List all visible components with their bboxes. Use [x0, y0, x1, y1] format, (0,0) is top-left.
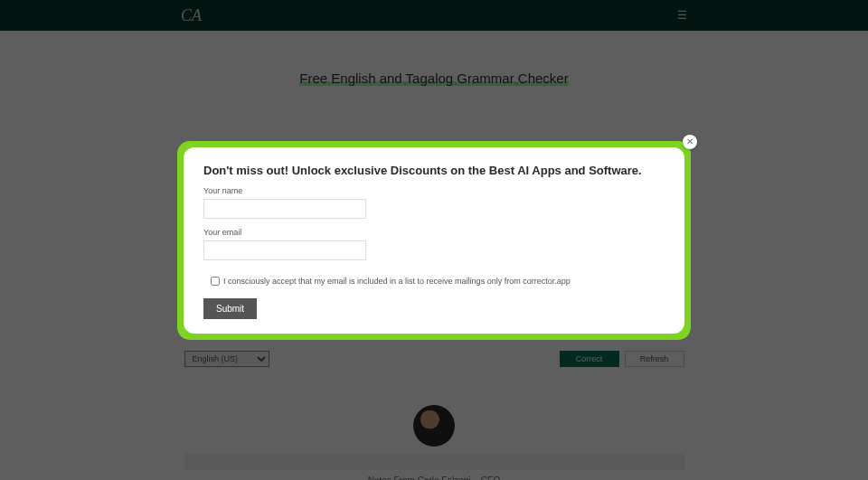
email-label: Your email: [203, 228, 665, 237]
modal: Don't miss out! Unlock exclusive Discoun…: [184, 147, 684, 334]
close-button[interactable]: ✕: [683, 135, 697, 149]
modal-overlay[interactable]: ✕ Don't miss out! Unlock exclusive Disco…: [0, 0, 868, 480]
modal-heading: Don't miss out! Unlock exclusive Discoun…: [203, 164, 665, 177]
email-field[interactable]: [203, 240, 366, 260]
email-group: Your email: [203, 228, 665, 260]
consent-row: I consciously accept that my email is in…: [203, 277, 665, 286]
name-label: Your name: [203, 186, 665, 195]
submit-button[interactable]: Submit: [203, 298, 257, 319]
modal-outer: ✕ Don't miss out! Unlock exclusive Disco…: [177, 141, 691, 340]
name-group: Your name: [203, 186, 665, 219]
consent-checkbox[interactable]: [211, 277, 220, 286]
name-field[interactable]: [203, 199, 366, 219]
consent-label: I consciously accept that my email is in…: [223, 277, 571, 286]
